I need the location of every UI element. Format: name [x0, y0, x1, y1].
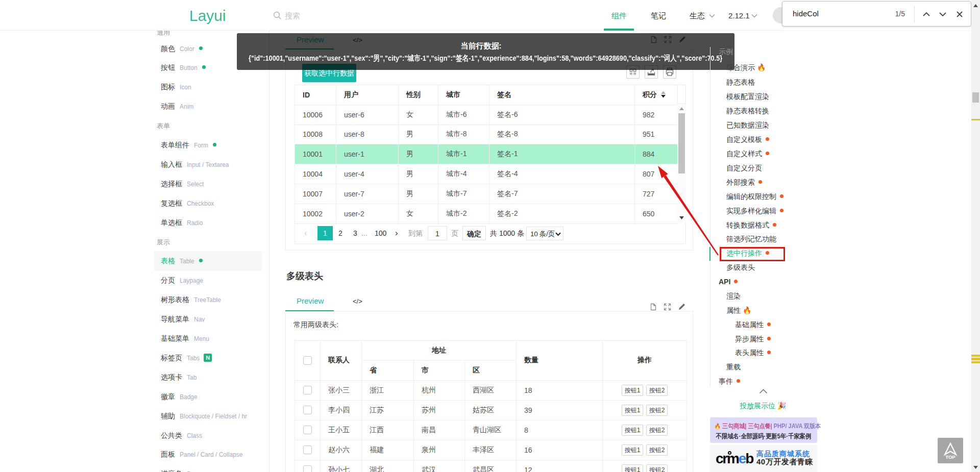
svg-text:TOP: TOP [945, 454, 955, 460]
